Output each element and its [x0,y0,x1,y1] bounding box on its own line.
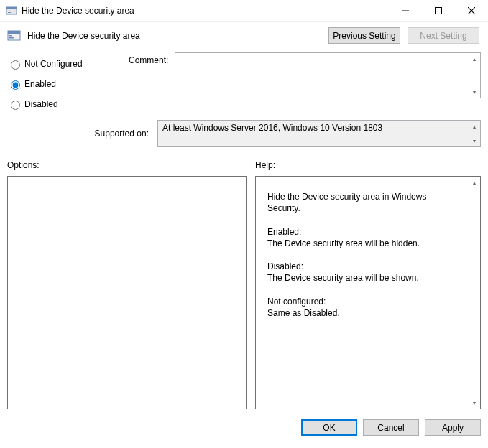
radio-disabled-label: Disabled [24,99,58,109]
svg-rect-11 [9,37,14,39]
radio-disabled-input[interactable] [11,101,20,110]
maximize-button[interactable] [422,0,455,21]
supported-on-label: Supported on: [7,129,155,139]
svg-rect-5 [436,7,442,14]
app-icon [6,5,17,17]
svg-rect-9 [8,31,20,34]
header-row: Hide the Device security area Previous S… [0,22,488,52]
options-label: Options: [7,160,255,170]
comment-label: Comment: [129,55,168,65]
apply-button[interactable]: Apply [425,419,481,436]
comment-field[interactable] [175,53,469,76]
chevron-up-icon: ▴ [469,121,480,132]
chevron-down-icon[interactable]: ▾ [469,86,480,98]
dialog-buttons: OK Cancel Apply [0,414,488,443]
policy-title: Hide the Device security area [27,31,328,41]
panels: Hide the Device security area in Windows… [0,173,488,414]
chevron-up-icon[interactable]: ▴ [469,53,480,65]
chevron-down-icon[interactable]: ▾ [469,397,480,409]
radio-enabled-input[interactable] [11,80,20,90]
svg-rect-1 [6,7,17,9]
close-button[interactable] [455,0,488,21]
section-labels: Options: Help: [0,151,488,173]
help-label: Help: [255,160,275,170]
next-setting-button: Next Setting [408,27,479,44]
radio-disabled[interactable]: Disabled [7,94,126,114]
ok-button[interactable]: OK [301,419,357,436]
help-text: Hide the Device security area in Windows… [256,177,469,409]
comment-field-wrap: ▴ ▾ [175,52,481,98]
radio-enabled-label: Enabled [24,79,56,89]
radio-not-configured-input[interactable] [11,60,20,70]
svg-rect-2 [8,11,10,11]
supported-on-text: At least Windows Server 2016, Windows 10… [158,121,480,135]
svg-rect-10 [9,35,12,37]
supported-on-field: At least Windows Server 2016, Windows 10… [157,120,481,147]
chevron-down-icon: ▾ [469,135,480,146]
config-row: Not Configured Enabled Disabled Comment:… [0,52,488,114]
help-panel: Hide the Device security area in Windows… [255,176,481,409]
titlebar: Hide the Device security area [0,0,488,22]
window-title: Hide the Device security area [22,6,389,16]
policy-icon [7,29,22,43]
minimize-button[interactable] [389,0,422,21]
supported-row: Supported on: At least Windows Server 20… [0,114,488,151]
svg-rect-3 [8,12,11,13]
previous-setting-button[interactable]: Previous Setting [328,27,400,44]
radio-not-configured-label: Not Configured [24,59,83,69]
radio-enabled[interactable]: Enabled [7,74,126,94]
chevron-up-icon[interactable]: ▴ [469,177,480,188]
radio-not-configured[interactable]: Not Configured [7,54,126,74]
cancel-button[interactable]: Cancel [363,419,419,436]
options-panel [7,176,247,409]
